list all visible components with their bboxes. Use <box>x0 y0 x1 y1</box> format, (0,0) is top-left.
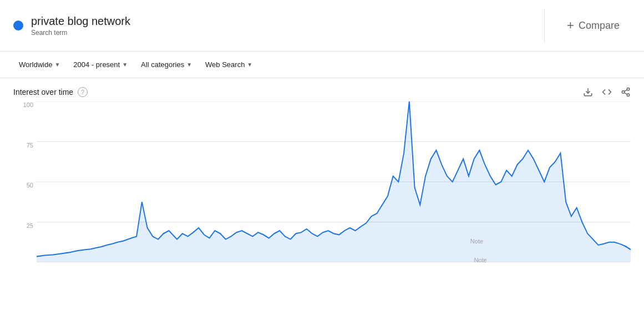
chart-note-text: Note <box>474 257 486 263</box>
chart-section: Interest over time ? <box>0 78 644 268</box>
y-label-75: 75 <box>27 142 33 149</box>
search-term-title: private blog network <box>31 15 130 28</box>
compare-block[interactable]: + Compare <box>544 9 631 42</box>
filter-time-range[interactable]: 2004 - present ▼ <box>68 57 133 72</box>
trend-line-chart <box>37 101 631 262</box>
search-term-text: private blog network Search term <box>31 15 130 37</box>
svg-point-2 <box>622 91 625 94</box>
filter-search-type[interactable]: Web Search ▼ <box>200 57 258 72</box>
chart-container: 100 75 50 25 <box>13 101 631 268</box>
chevron-down-icon: ▼ <box>186 62 192 68</box>
compare-label: Compare <box>579 20 620 32</box>
chevron-down-icon: ▼ <box>247 62 252 68</box>
search-term-dot <box>13 21 23 30</box>
y-label-25: 25 <box>27 222 33 229</box>
chart-title-block: Interest over time ? <box>13 87 88 97</box>
y-label-50: 50 <box>27 182 33 189</box>
embed-button[interactable] <box>602 87 612 97</box>
compare-plus-icon: + <box>567 18 574 33</box>
header: private blog network Search term + Compa… <box>0 0 644 52</box>
filter-bar: Worldwide ▼ 2004 - present ▼ All categor… <box>0 52 644 78</box>
chevron-down-icon: ▼ <box>54 62 60 68</box>
search-term-subtitle: Search term <box>31 29 67 37</box>
search-term-block: private blog network Search term <box>13 15 544 37</box>
svg-point-3 <box>627 94 630 96</box>
filter-category-label: All categories <box>141 60 184 69</box>
chart-actions <box>583 87 631 97</box>
svg-line-5 <box>624 90 627 91</box>
chart-title: Interest over time <box>13 88 73 96</box>
help-icon[interactable]: ? <box>78 87 88 97</box>
share-button[interactable] <box>621 87 631 97</box>
svg-line-4 <box>624 93 627 94</box>
download-button[interactable] <box>583 87 593 97</box>
chevron-down-icon: ▼ <box>122 62 128 68</box>
y-label-100: 100 <box>23 101 33 108</box>
y-axis: 100 75 50 25 <box>13 101 37 262</box>
note-label: Note <box>470 238 483 245</box>
note-area: Note <box>37 257 644 268</box>
filter-search-type-label: Web Search <box>205 60 245 69</box>
filter-category[interactable]: All categories ▼ <box>135 57 197 72</box>
filter-region-label: Worldwide <box>19 60 52 69</box>
svg-point-1 <box>627 88 630 91</box>
filter-region[interactable]: Worldwide ▼ <box>13 57 65 72</box>
chart-area: Note <box>37 101 631 262</box>
chart-header: Interest over time ? <box>13 87 631 97</box>
filter-time-label: 2004 - present <box>73 60 120 69</box>
